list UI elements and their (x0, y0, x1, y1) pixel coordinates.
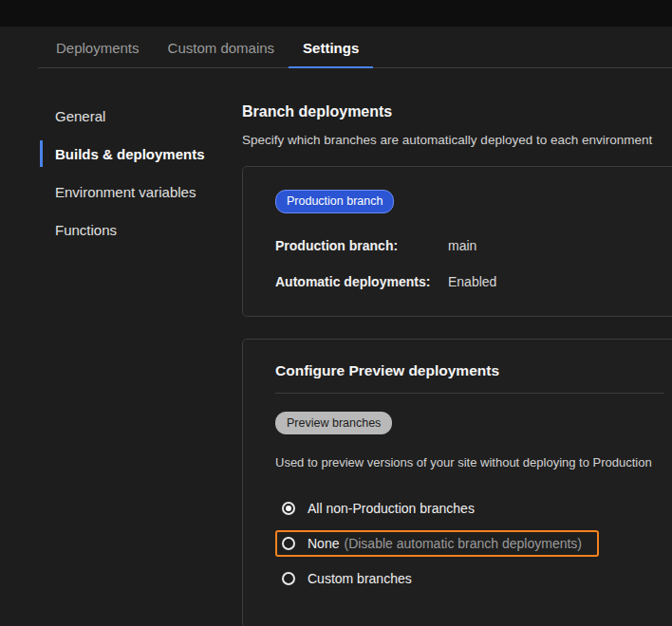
settings-sidebar: General Builds & deployments Environment… (0, 102, 242, 626)
sidebar-item-general[interactable]: General (40, 102, 242, 129)
option-label: Custom branches (308, 571, 412, 586)
option-custom-branches[interactable]: Custom branches (275, 565, 422, 592)
production-branch-card: Production branch Production branch: mai… (242, 166, 672, 317)
automatic-deployments-value: Enabled (448, 274, 496, 289)
tab-deployments[interactable]: Deployments (42, 27, 154, 68)
radio-icon[interactable] (282, 572, 295, 585)
content-area: General Builds & deployments Environment… (0, 68, 672, 626)
preview-card-title: Configure Preview deployments (275, 362, 664, 394)
sidebar-item-environment-variables[interactable]: Environment variables (40, 178, 242, 205)
production-branch-badge: Production branch (275, 190, 394, 213)
tab-bar: Deployments Custom domains Settings (0, 27, 672, 68)
preview-deployments-card: Configure Preview deployments Preview br… (242, 339, 672, 626)
option-none[interactable]: None (Disable automatic branch deploymen… (275, 530, 599, 557)
option-label: None (308, 536, 339, 551)
production-branch-value: main (448, 238, 476, 253)
automatic-deployments-label: Automatic deployments: (275, 274, 448, 289)
main-panel: Branch deployments Specify which branche… (242, 102, 672, 626)
option-all-non-production[interactable]: All non-Production branches (275, 495, 485, 522)
radio-icon[interactable] (282, 537, 295, 550)
top-window-strip (0, 0, 672, 27)
production-branch-row: Production branch: main (275, 238, 664, 253)
radio-icon[interactable] (282, 502, 295, 515)
option-label: All non-Production branches (308, 501, 475, 516)
production-rows: Production branch: main Automatic deploy… (275, 238, 664, 289)
preview-branches-badge: Preview branches (275, 412, 392, 435)
page-title: Branch deployments (242, 103, 672, 120)
tab-custom-domains[interactable]: Custom domains (154, 27, 289, 68)
page-subtitle: Specify which branches are automatically… (242, 133, 672, 147)
tab-settings[interactable]: Settings (289, 27, 373, 68)
automatic-deployments-row: Automatic deployments: Enabled (275, 274, 664, 289)
preview-card-description: Used to preview versions of your site wi… (275, 455, 664, 470)
sidebar-item-builds-deployments[interactable]: Builds & deployments (40, 140, 242, 167)
preview-branch-options: All non-Production branches None (Disabl… (275, 495, 664, 592)
option-sublabel: (Disable automatic branch deployments) (344, 536, 582, 551)
sidebar-item-functions[interactable]: Functions (40, 216, 242, 243)
production-branch-label: Production branch: (275, 238, 448, 253)
